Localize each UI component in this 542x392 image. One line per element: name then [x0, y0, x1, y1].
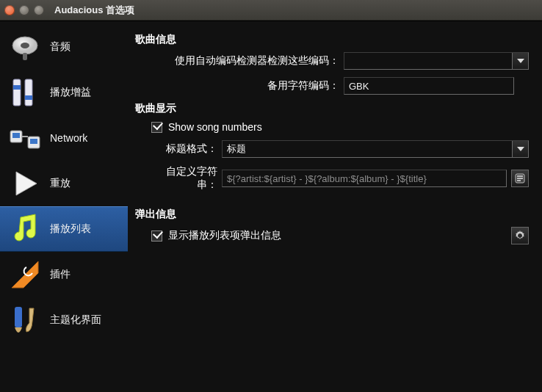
svg-rect-6 — [25, 95, 32, 100]
window-close-button[interactable] — [4, 5, 15, 15]
auto-encoding-combobox[interactable] — [344, 52, 529, 70]
svg-rect-11 — [15, 307, 22, 327]
row-show-popup-info: 显示播放列表项弹出信息 — [151, 227, 529, 244]
label-title-format: 标题格式： — [151, 142, 222, 156]
svg-point-1 — [21, 43, 29, 48]
sidebar-item-replaygain[interactable]: 播放增益 — [0, 70, 128, 115]
sidebar-item-appearance[interactable]: 主题化界面 — [0, 297, 128, 343]
svg-rect-15 — [517, 180, 521, 181]
row-custom-string: 自定义字符串： — [151, 165, 529, 192]
music-note-icon — [7, 211, 43, 247]
sliders-icon — [7, 75, 43, 110]
preferences-content: 歌曲信息 使用自动编码检测器检测这些编码： 备用字符编码： 歌曲显示 Show … — [128, 21, 542, 392]
label-custom-string: 自定义字符串： — [151, 165, 222, 192]
preferences-sidebar: 音频 播放增益 Network 重放 — [0, 21, 128, 392]
section-header-song-display: 歌曲显示 — [135, 102, 529, 115]
sidebar-item-label: 重放 — [50, 177, 71, 190]
chevron-down-icon — [512, 53, 528, 69]
sidebar-item-replay[interactable]: 重放 — [0, 161, 128, 206]
speaker-icon — [7, 29, 43, 65]
play-icon — [7, 166, 43, 201]
row-title-format: 标题格式： 标题 — [151, 140, 529, 158]
sidebar-item-audio[interactable]: 音频 — [0, 24, 128, 70]
window-restore-button[interactable] — [34, 5, 44, 15]
custom-string-input[interactable] — [222, 170, 507, 187]
show-song-numbers-checkbox[interactable] — [151, 122, 162, 133]
show-popup-info-checkbox[interactable] — [151, 231, 162, 242]
section-header-popup-info: 弹出信息 — [135, 208, 529, 221]
title-format-combobox[interactable]: 标题 — [222, 140, 529, 158]
show-song-numbers-label: Show song numbers — [168, 121, 262, 133]
network-icon — [7, 120, 43, 156]
titlebar: Audacious 首选项 — [0, 0, 542, 21]
sidebar-item-label: 音频 — [50, 40, 71, 54]
paint-brush-icon — [7, 302, 43, 338]
section-header-song-info: 歌曲信息 — [135, 33, 529, 46]
sidebar-item-plugins[interactable]: 插件 — [0, 252, 128, 297]
svg-rect-5 — [13, 85, 21, 90]
show-popup-info-label: 显示播放列表项弹出信息 — [168, 229, 507, 242]
row-auto-encoding: 使用自动编码检测器检测这些编码： — [151, 52, 529, 70]
sidebar-item-label: 播放列表 — [50, 222, 91, 236]
row-fallback-encoding: 备用字符编码： — [151, 77, 529, 95]
popup-info-settings-button[interactable] — [511, 227, 529, 244]
window-title: Audacious 首选项 — [54, 4, 134, 17]
sidebar-item-network[interactable]: Network — [0, 115, 128, 161]
svg-rect-8 — [12, 133, 20, 138]
window-minimize-button[interactable] — [19, 5, 29, 15]
svg-rect-2 — [23, 53, 27, 60]
custom-string-picker-button[interactable] — [511, 170, 529, 187]
plugin-icon — [7, 257, 43, 292]
sidebar-item-label: 插件 — [50, 268, 71, 281]
chevron-down-icon — [512, 141, 528, 157]
label-fallback-encoding: 备用字符编码： — [151, 79, 344, 92]
title-format-value: 标题 — [227, 142, 246, 156]
svg-rect-14 — [517, 178, 523, 179]
fallback-encoding-input[interactable] — [344, 77, 514, 95]
sidebar-item-label: 主题化界面 — [50, 313, 101, 327]
svg-rect-10 — [30, 139, 37, 144]
svg-rect-3 — [13, 79, 21, 106]
label-auto-encoding: 使用自动编码检测器检测这些编码： — [151, 54, 344, 68]
sidebar-item-label: 播放增益 — [50, 86, 91, 99]
svg-rect-13 — [517, 175, 523, 177]
sidebar-item-playlist[interactable]: 播放列表 — [0, 206, 128, 252]
svg-rect-4 — [25, 79, 32, 106]
gear-icon — [515, 231, 525, 241]
sidebar-item-label: Network — [50, 132, 87, 144]
properties-icon — [515, 173, 525, 184]
row-show-song-numbers: Show song numbers — [151, 121, 529, 133]
